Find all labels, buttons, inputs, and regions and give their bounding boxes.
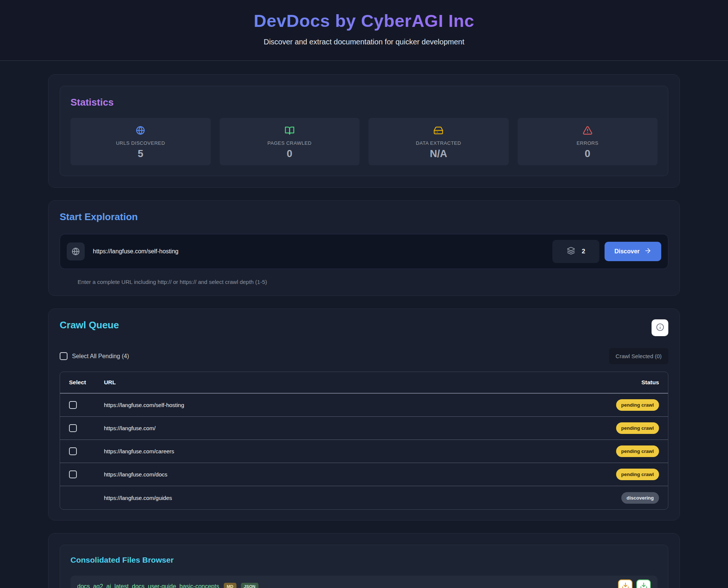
files-browser-section: Consolidated Files Browser docs_ag2_ai_l… (48, 533, 680, 588)
crawl-queue-table: Select URL Status https://langfuse.com/s… (60, 372, 668, 510)
table-header-row: Select URL Status (60, 372, 668, 394)
row-checkbox[interactable] (69, 424, 77, 432)
select-all-pending[interactable]: Select All Pending (4) (60, 352, 129, 360)
page-title: DevDocs by CyberAGI Inc (254, 10, 474, 31)
row-url: https://langfuse.com/self-hosting (95, 394, 586, 417)
info-icon (656, 323, 664, 332)
depth-selector[interactable]: 2 (552, 240, 599, 263)
stat-value: 0 (220, 148, 360, 160)
status-badge: pending crawl (616, 399, 659, 411)
statistics-card: Statistics URLS DISCOVERED 5 PAGES CRAWL… (60, 86, 668, 176)
column-status: Status (586, 372, 668, 394)
table-row: https://langfuse.com/self-hosting pendin… (60, 394, 668, 417)
stat-label: PAGES CRAWLED (220, 140, 360, 146)
file-name-link[interactable]: docs_ag2_ai_latest_docs_user-guide_basic… (77, 583, 219, 588)
url-input[interactable] (93, 248, 552, 255)
main-content: Statistics URLS DISCOVERED 5 PAGES CRAWL… (48, 61, 680, 588)
discover-button-label: Discover (614, 248, 640, 255)
crawl-queue-section: Crawl Queue Select All Pending (4) Crawl… (48, 309, 680, 520)
select-all-checkbox[interactable] (60, 352, 68, 360)
select-all-label: Select All Pending (4) (72, 353, 129, 360)
files-browser-card: Consolidated Files Browser docs_ag2_ai_l… (60, 545, 668, 588)
table-row: https://langfuse.com/docs pending crawl (60, 463, 668, 486)
row-url: https://langfuse.com/guides (95, 486, 586, 509)
start-exploration-heading: Start Exploration (60, 211, 668, 223)
layers-icon (567, 247, 575, 256)
crawl-selected-button[interactable]: Crawl Selected (0) (609, 348, 668, 364)
statistics-heading: Statistics (70, 97, 658, 108)
stat-errors: ERRORS 0 (518, 118, 658, 165)
md-badge: MD (224, 583, 236, 588)
stat-label: DATA EXTRACTED (368, 140, 509, 146)
discover-button[interactable]: Discover (605, 242, 661, 261)
table-row: https://langfuse.com/guides discovering (60, 486, 668, 509)
download-icon (640, 582, 647, 588)
hard-drive-icon (433, 130, 443, 137)
crawl-queue-heading: Crawl Queue (60, 319, 119, 331)
row-checkbox[interactable] (69, 447, 77, 455)
table-row: https://langfuse.com/careers pending cra… (60, 440, 668, 463)
status-badge: pending crawl (616, 422, 659, 434)
files-browser-heading: Consolidated Files Browser (70, 556, 658, 564)
stat-pages-crawled: PAGES CRAWLED 0 (220, 118, 360, 165)
status-badge: discovering (621, 492, 659, 504)
depth-value: 2 (582, 248, 585, 255)
info-button[interactable] (652, 319, 668, 336)
url-helper-text: Enter a complete URL including http:// o… (78, 279, 668, 285)
row-checkbox[interactable] (69, 401, 77, 409)
row-checkbox[interactable] (69, 470, 77, 478)
row-url: https://langfuse.com/docs (95, 463, 586, 486)
download-json-button[interactable] (636, 579, 651, 588)
statistics-grid: URLS DISCOVERED 5 PAGES CRAWLED 0 DATA E… (70, 118, 658, 165)
download-md-button[interactable] (618, 579, 633, 588)
row-url: https://langfuse.com/careers (95, 440, 586, 463)
column-url: URL (95, 372, 586, 394)
table-row: https://langfuse.com/ pending crawl (60, 417, 668, 440)
stat-value: 5 (70, 148, 211, 160)
page-subtitle: Discover and extract documentation for q… (0, 38, 728, 46)
download-icon (622, 582, 629, 588)
stat-label: URLS DISCOVERED (70, 140, 211, 146)
start-exploration-section: Start Exploration 2 Discover Enter a com… (48, 200, 680, 296)
file-row: docs_ag2_ai_latest_docs_user-guide_basic… (70, 576, 658, 588)
book-open-icon (285, 130, 295, 137)
statistics-section: Statistics URLS DISCOVERED 5 PAGES CRAWL… (48, 74, 680, 188)
status-badge: pending crawl (616, 445, 659, 457)
stat-label: ERRORS (518, 140, 658, 146)
stat-urls-discovered: URLS DISCOVERED 5 (70, 118, 211, 165)
globe-icon (135, 130, 145, 137)
page-header: DevDocs by CyberAGI Inc Discover and ext… (0, 0, 728, 61)
globe-icon (67, 243, 85, 260)
json-badge: JSON (241, 583, 258, 588)
stat-value: N/A (368, 148, 509, 160)
stat-data-extracted: DATA EXTRACTED N/A (368, 118, 509, 165)
arrow-right-icon (644, 247, 652, 256)
status-badge: pending crawl (616, 469, 659, 480)
url-input-row: 2 Discover (60, 234, 668, 269)
column-select: Select (60, 372, 95, 394)
stat-value: 0 (518, 148, 658, 160)
alert-triangle-icon (583, 130, 593, 137)
row-url: https://langfuse.com/ (95, 417, 586, 440)
